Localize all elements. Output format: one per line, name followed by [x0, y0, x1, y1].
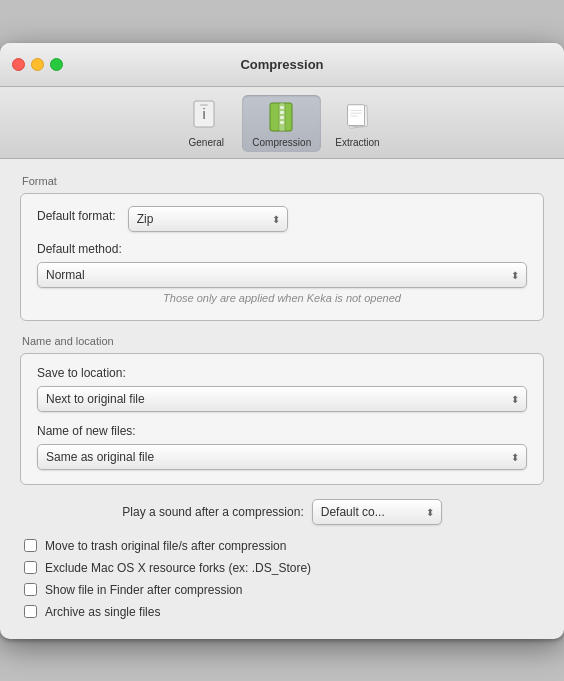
format-hint: Those only are applied when Keka is not …: [37, 288, 527, 306]
sound-label: Play a sound after a compression:: [122, 505, 303, 519]
svg-rect-13: [348, 104, 365, 125]
format-section-label: Format: [20, 175, 544, 187]
default-format-row: Default format: Zip 7z Tar Gzip Bzip2 ⬍: [37, 206, 527, 232]
exclude-forks-label: Exclude Mac OS X resource forks (ex: .DS…: [45, 561, 311, 575]
move-trash-label: Move to trash original file/s after comp…: [45, 539, 286, 553]
sound-row: Play a sound after a compression: Defaul…: [20, 499, 544, 525]
toolbar-label-general: General: [189, 137, 225, 148]
main-window: Compression i General: [0, 43, 564, 639]
toolbar-item-extraction[interactable]: Extraction: [325, 95, 389, 152]
location-section-label: Name and location: [20, 335, 544, 347]
save-location-select[interactable]: Next to original file Desktop Downloads …: [37, 386, 527, 412]
checkbox-row-2: Show file in Finder after compression: [20, 583, 544, 597]
toolbar-label-extraction: Extraction: [335, 137, 379, 148]
svg-rect-9: [280, 116, 284, 119]
move-trash-checkbox[interactable]: [24, 539, 37, 552]
maximize-button[interactable]: [50, 58, 63, 71]
checkboxes-container: Move to trash original file/s after comp…: [20, 539, 544, 619]
default-method-select[interactable]: Normal Maximum Fast Store: [37, 262, 527, 288]
default-method-container: Default method: Normal Maximum Fast Stor…: [37, 242, 527, 288]
toolbar-label-compression: Compression: [252, 137, 311, 148]
sound-select-wrapper: Default co... None Basso Blow ⬍: [312, 499, 442, 525]
default-format-select[interactable]: Zip 7z Tar Gzip Bzip2: [128, 206, 288, 232]
svg-rect-10: [280, 121, 284, 124]
svg-rect-7: [280, 106, 284, 109]
minimize-button[interactable]: [31, 58, 44, 71]
toolbar: i General Comp: [0, 87, 564, 159]
name-select[interactable]: Same as original file Custom: [37, 444, 527, 470]
save-location-select-wrapper: Next to original file Desktop Downloads …: [37, 386, 527, 412]
show-finder-checkbox[interactable]: [24, 583, 37, 596]
checkbox-row-0: Move to trash original file/s after comp…: [20, 539, 544, 553]
exclude-forks-checkbox[interactable]: [24, 561, 37, 574]
name-label: Name of new files:: [37, 424, 527, 438]
archive-single-checkbox[interactable]: [24, 605, 37, 618]
show-finder-label: Show file in Finder after compression: [45, 583, 242, 597]
window-title: Compression: [240, 57, 323, 72]
titlebar: Compression: [0, 43, 564, 87]
default-method-label: Default method:: [37, 242, 527, 256]
close-button[interactable]: [12, 58, 25, 71]
compression-icon: [266, 99, 298, 135]
traffic-lights: [0, 58, 63, 71]
extraction-icon: [341, 99, 373, 135]
checkbox-row-3: Archive as single files: [20, 605, 544, 619]
svg-rect-2: [200, 104, 208, 106]
name-select-wrapper: Same as original file Custom ⬍: [37, 444, 527, 470]
toolbar-item-compression[interactable]: Compression: [242, 95, 321, 152]
toolbar-item-general[interactable]: i General: [174, 95, 238, 152]
svg-text:i: i: [203, 106, 206, 122]
archive-single-label: Archive as single files: [45, 605, 160, 619]
sound-select[interactable]: Default co... None Basso Blow: [312, 499, 442, 525]
format-section: Default format: Zip 7z Tar Gzip Bzip2 ⬍: [20, 193, 544, 321]
default-method-select-wrapper: Normal Maximum Fast Store ⬍: [37, 262, 527, 288]
svg-rect-8: [280, 111, 284, 114]
general-icon: i: [190, 99, 222, 135]
save-to-label: Save to location:: [37, 366, 527, 380]
content-area: Format Default format: Zip 7z Tar Gzip B…: [0, 159, 564, 639]
location-section: Save to location: Next to original file …: [20, 353, 544, 485]
default-format-label: Default format:: [37, 209, 116, 223]
default-format-select-wrapper: Zip 7z Tar Gzip Bzip2 ⬍: [128, 206, 288, 232]
checkbox-row-1: Exclude Mac OS X resource forks (ex: .DS…: [20, 561, 544, 575]
